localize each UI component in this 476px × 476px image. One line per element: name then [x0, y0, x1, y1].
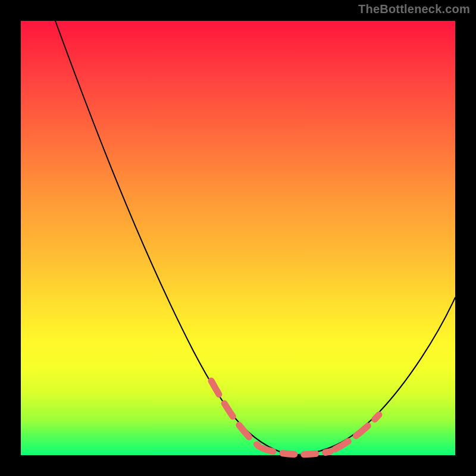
curve-path — [55, 21, 455, 455]
bottleneck-curve — [21, 21, 455, 455]
curve-dash-left — [211, 381, 259, 446]
curve-dash-right — [335, 415, 379, 449]
watermark-text: TheBottleneck.com — [358, 2, 470, 16]
chart-stage: TheBottleneck.com — [0, 0, 476, 476]
gradient-plot-area — [21, 21, 455, 455]
